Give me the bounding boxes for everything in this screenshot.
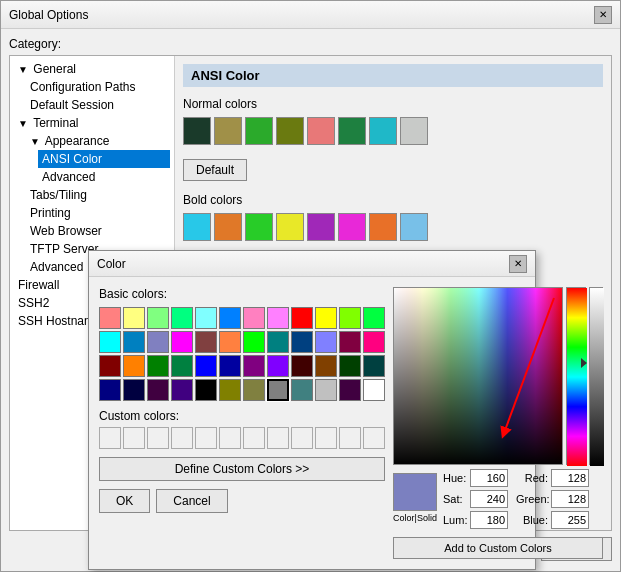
basic-color-swatch[interactable] [339, 331, 361, 353]
basic-color-swatch[interactable] [99, 331, 121, 353]
basic-color-swatch[interactable] [219, 331, 241, 353]
basic-color-swatch[interactable] [243, 355, 265, 377]
bold-color-swatch[interactable] [183, 213, 211, 241]
tree-item-web-browser[interactable]: Web Browser [26, 222, 170, 240]
basic-color-swatch[interactable] [147, 379, 169, 401]
basic-color-swatch[interactable] [171, 355, 193, 377]
basic-color-swatch[interactable] [99, 379, 121, 401]
basic-color-swatch[interactable] [243, 331, 265, 353]
custom-color-swatch[interactable] [267, 427, 289, 449]
normal-color-swatch[interactable] [369, 117, 397, 145]
bold-color-swatch[interactable] [214, 213, 242, 241]
basic-color-swatch[interactable] [291, 355, 313, 377]
basic-color-swatch[interactable] [219, 355, 241, 377]
custom-color-swatch[interactable] [171, 427, 193, 449]
basic-color-swatch[interactable] [363, 331, 385, 353]
tree-item-tabs-tiling[interactable]: Tabs/Tiling [26, 186, 170, 204]
basic-color-swatch[interactable] [243, 307, 265, 329]
custom-color-swatch[interactable] [99, 427, 121, 449]
basic-color-swatch[interactable] [195, 379, 217, 401]
blue-input[interactable] [551, 511, 589, 529]
default-button[interactable]: Default [183, 159, 247, 181]
basic-color-swatch[interactable] [291, 307, 313, 329]
basic-color-swatch[interactable] [315, 307, 337, 329]
red-input[interactable] [551, 469, 589, 487]
hue-slider[interactable] [566, 287, 586, 465]
basic-color-swatch[interactable] [315, 379, 337, 401]
bold-color-swatch[interactable] [307, 213, 335, 241]
basic-color-swatch[interactable] [147, 307, 169, 329]
basic-color-swatch[interactable] [243, 379, 265, 401]
basic-color-swatch[interactable] [99, 355, 121, 377]
basic-color-swatch[interactable] [123, 307, 145, 329]
normal-color-swatch[interactable] [276, 117, 304, 145]
bold-color-swatch[interactable] [400, 213, 428, 241]
custom-color-swatch[interactable] [147, 427, 169, 449]
basic-color-swatch[interactable] [99, 307, 121, 329]
lum-input[interactable] [470, 511, 508, 529]
custom-color-swatch[interactable] [243, 427, 265, 449]
basic-color-swatch[interactable] [363, 307, 385, 329]
tree-item-appearance[interactable]: ▼ Appearance [26, 132, 170, 150]
bold-color-swatch[interactable] [276, 213, 304, 241]
basic-color-swatch[interactable] [267, 355, 289, 377]
basic-color-swatch[interactable] [147, 331, 169, 353]
basic-color-swatch[interactable] [339, 355, 361, 377]
basic-color-swatch[interactable] [123, 379, 145, 401]
basic-color-swatch[interactable] [267, 379, 289, 401]
normal-color-swatch[interactable] [400, 117, 428, 145]
bold-color-swatch[interactable] [245, 213, 273, 241]
basic-color-swatch[interactable] [195, 307, 217, 329]
color-dialog-close-button[interactable]: ✕ [509, 255, 527, 273]
basic-color-swatch[interactable] [363, 379, 385, 401]
color-gradient-canvas[interactable] [393, 287, 563, 465]
basic-color-swatch[interactable] [291, 331, 313, 353]
basic-color-swatch[interactable] [267, 331, 289, 353]
custom-color-swatch[interactable] [315, 427, 337, 449]
tree-item-terminal[interactable]: ▼ Terminal [14, 114, 170, 132]
custom-color-swatch[interactable] [123, 427, 145, 449]
basic-color-swatch[interactable] [315, 331, 337, 353]
normal-color-swatch[interactable] [338, 117, 366, 145]
color-dialog-ok-button[interactable]: OK [99, 489, 150, 513]
define-custom-colors-button[interactable]: Define Custom Colors >> [99, 457, 385, 481]
basic-color-swatch[interactable] [219, 307, 241, 329]
bold-color-swatch[interactable] [369, 213, 397, 241]
tree-item-appearance-advanced[interactable]: Advanced [38, 168, 170, 186]
hue-input[interactable] [470, 469, 508, 487]
basic-color-swatch[interactable] [123, 355, 145, 377]
custom-color-swatch[interactable] [291, 427, 313, 449]
basic-color-swatch[interactable] [171, 331, 193, 353]
basic-color-swatch[interactable] [195, 355, 217, 377]
add-to-custom-colors-button[interactable]: Add to Custom Colors [393, 537, 603, 559]
basic-color-swatch[interactable] [291, 379, 313, 401]
tree-item-general[interactable]: ▼ General [14, 60, 170, 78]
custom-color-swatch[interactable] [219, 427, 241, 449]
basic-color-swatch[interactable] [147, 355, 169, 377]
custom-color-swatch[interactable] [363, 427, 385, 449]
custom-color-swatch[interactable] [195, 427, 217, 449]
basic-color-swatch[interactable] [315, 355, 337, 377]
basic-color-swatch[interactable] [171, 379, 193, 401]
normal-color-swatch[interactable] [307, 117, 335, 145]
basic-color-swatch[interactable] [123, 331, 145, 353]
green-input[interactable] [551, 490, 589, 508]
normal-color-swatch[interactable] [183, 117, 211, 145]
tree-item-config-paths[interactable]: Configuration Paths [26, 78, 170, 96]
tree-item-ansi-color[interactable]: ANSI Color [38, 150, 170, 168]
color-dialog-cancel-button[interactable]: Cancel [156, 489, 227, 513]
basic-color-swatch[interactable] [363, 355, 385, 377]
normal-color-swatch[interactable] [245, 117, 273, 145]
basic-color-swatch[interactable] [219, 379, 241, 401]
basic-color-swatch[interactable] [171, 307, 193, 329]
basic-color-swatch[interactable] [195, 331, 217, 353]
global-options-close-button[interactable]: ✕ [594, 6, 612, 24]
basic-color-swatch[interactable] [339, 379, 361, 401]
sat-input[interactable] [470, 490, 508, 508]
custom-color-swatch[interactable] [339, 427, 361, 449]
normal-color-swatch[interactable] [214, 117, 242, 145]
tree-item-printing[interactable]: Printing [26, 204, 170, 222]
basic-color-swatch[interactable] [267, 307, 289, 329]
bold-color-swatch[interactable] [338, 213, 366, 241]
basic-color-swatch[interactable] [339, 307, 361, 329]
